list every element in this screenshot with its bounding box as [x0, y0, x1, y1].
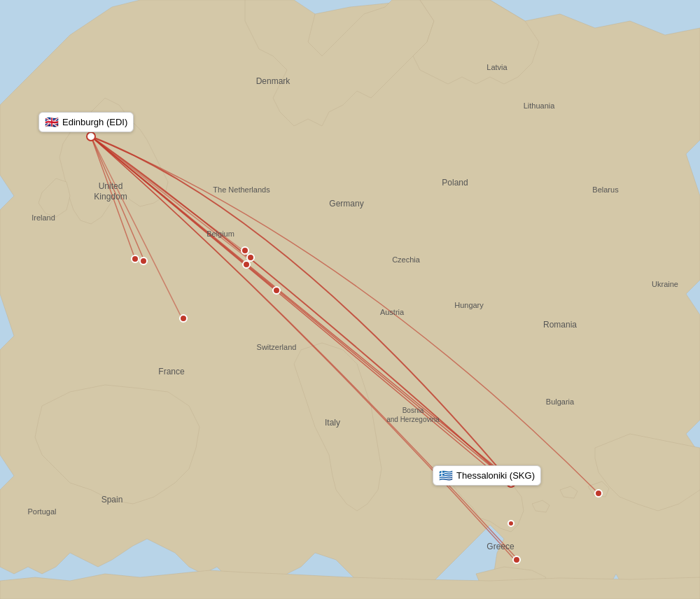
- svg-text:Greece: Greece: [486, 542, 514, 551]
- greece-flag: 🇬🇷: [439, 469, 453, 482]
- svg-text:United: United: [99, 181, 123, 191]
- svg-point-37: [595, 490, 602, 497]
- uk-flag: 🇬🇧: [45, 115, 59, 129]
- svg-text:Czechia: Czechia: [392, 255, 421, 264]
- svg-text:Poland: Poland: [442, 178, 468, 188]
- svg-text:Bosnia: Bosnia: [402, 407, 424, 414]
- svg-point-35: [273, 287, 280, 294]
- svg-text:Italy: Italy: [325, 418, 340, 428]
- svg-text:Hungary: Hungary: [454, 301, 484, 309]
- svg-text:Spain: Spain: [102, 495, 123, 505]
- svg-point-36: [180, 315, 187, 322]
- svg-text:Lithuania: Lithuania: [524, 101, 556, 110]
- svg-point-34: [243, 261, 250, 268]
- map-container: Denmark Latvia Lithuania Belarus Ukraine…: [0, 0, 700, 599]
- svg-point-31: [140, 258, 147, 265]
- map-label-denmark: Denmark: [256, 76, 291, 86]
- svg-text:Switzerland: Switzerland: [257, 343, 297, 351]
- svg-point-39: [513, 556, 520, 563]
- svg-point-30: [132, 255, 139, 262]
- svg-text:Austria: Austria: [380, 308, 405, 316]
- svg-point-33: [247, 254, 254, 261]
- svg-text:Ireland: Ireland: [31, 213, 55, 222]
- svg-point-40: [87, 132, 95, 141]
- svg-text:Latvia: Latvia: [486, 63, 507, 71]
- svg-point-32: [241, 247, 248, 254]
- svg-text:Ukraine: Ukraine: [652, 280, 678, 288]
- edinburgh-label: 🇬🇧 Edinburgh (EDI): [38, 112, 134, 132]
- svg-text:Germany: Germany: [329, 199, 363, 209]
- svg-text:Romania: Romania: [543, 320, 577, 330]
- svg-text:Belgium: Belgium: [206, 230, 234, 238]
- svg-text:Belarus: Belarus: [592, 185, 619, 194]
- svg-text:The Netherlands: The Netherlands: [213, 185, 270, 194]
- svg-text:and Herzegovina: and Herzegovina: [386, 416, 440, 423]
- thessaloniki-label-text: Thessaloniki (SKG): [456, 470, 535, 481]
- edinburgh-label-text: Edinburgh (EDI): [62, 117, 127, 127]
- svg-text:France: France: [158, 367, 185, 376]
- svg-point-38: [508, 521, 514, 526]
- svg-text:Bulgaria: Bulgaria: [546, 397, 575, 406]
- thessaloniki-label: 🇬🇷 Thessaloniki (SKG): [433, 465, 541, 486]
- svg-text:Portugal: Portugal: [28, 507, 57, 516]
- svg-text:Kingdom: Kingdom: [94, 192, 127, 202]
